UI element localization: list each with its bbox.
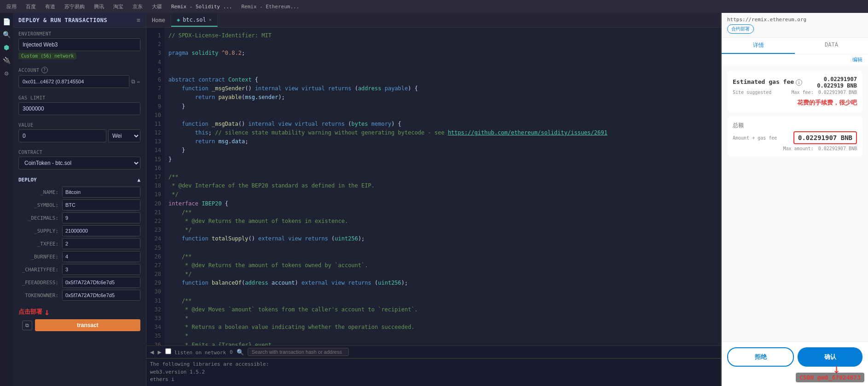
code-line-8: return payable(msg.sender);	[168, 93, 717, 102]
total-value-wrapper: 0.02291907 BNB	[793, 131, 857, 144]
browser-tab-remix-solidity[interactable]: Remix - Solidity ...	[168, 3, 235, 11]
file-tab-label: btc.sol	[183, 17, 206, 23]
code-line-33: *	[168, 314, 717, 323]
contract-row: CoinToken - btc.sol	[18, 157, 140, 170]
code-line-21: /**	[168, 208, 717, 217]
search-icon[interactable]: 🔍	[1, 29, 12, 40]
field-label-txfee: _TXFEE:	[18, 241, 62, 247]
browser-tab[interactable]: 苏宁易购	[62, 2, 87, 11]
value-label: VALUE	[18, 123, 140, 128]
deploy-panel-header: DEPLOY & RUN TRANSACTIONS ≡	[13, 13, 146, 28]
file-icon[interactable]: 📄	[1, 17, 12, 27]
field-input-symbol[interactable]	[62, 199, 140, 211]
environment-section: ENVIRONMENT Injected Web3 Custom (56) ne…	[13, 28, 146, 63]
metamask-tabs: 详情 DATA	[722, 38, 868, 54]
code-line-14: }	[168, 146, 717, 155]
tab-home[interactable]: Home	[146, 14, 171, 26]
browser-tab-remix-ethereum[interactable]: Remix - Ethereum...	[238, 3, 302, 11]
field-label-feeaddress: _FEEADDRESS:	[18, 280, 62, 286]
contract-select[interactable]: CoinToken - btc.sol	[18, 157, 140, 170]
browser-tab[interactable]: 腾讯	[91, 2, 107, 11]
scroll-left-icon[interactable]: ◀	[150, 348, 154, 356]
confirm-button[interactable]: 确认	[798, 347, 862, 367]
plugin-icon[interactable]: 🔌	[1, 55, 12, 65]
value-unit-select[interactable]: Wei	[108, 129, 140, 142]
contract-tag[interactable]: 合约部署	[727, 24, 754, 34]
code-line-4	[168, 58, 717, 67]
tab-close-icon[interactable]: ✕	[209, 17, 212, 22]
code-line-25	[168, 244, 717, 252]
field-label-decimals: _DECIMALS:	[18, 215, 62, 221]
gas-fee-title: Estimated gas fee	[733, 78, 794, 85]
account-input[interactable]	[18, 75, 129, 88]
deploy-collapse-icon[interactable]: ▲	[137, 177, 140, 183]
browser-tab-bar: 应用 百度 有道 苏宁易购 腾讯 淘宝 京东 大疆 Remix - Solidi…	[0, 0, 868, 13]
field-input-decimals[interactable]	[62, 212, 140, 223]
deploy-title: DEPLOY ▲	[18, 177, 140, 183]
line-numbers: 12345 678910 1112131415 1617181920 21222…	[146, 28, 165, 345]
code-line-12: this; // silence state mutability warnin…	[168, 129, 717, 137]
reject-button[interactable]: 拒绝	[727, 347, 794, 367]
code-line-28: */	[168, 270, 717, 279]
total-amount: 0.02291907 BNB	[793, 131, 857, 144]
field-input-tokenowner[interactable]	[62, 290, 140, 301]
code-line-3: pragma solidity ^0.8.2;	[168, 49, 717, 58]
transaction-search-input[interactable]	[248, 348, 349, 356]
browser-tab[interactable]: 百度	[23, 2, 39, 11]
field-input-txfee[interactable]	[62, 238, 140, 249]
copy-abi-button[interactable]: ⧉	[22, 321, 32, 330]
tab-review[interactable]: 详情	[722, 38, 795, 54]
value-input[interactable]	[18, 129, 106, 142]
deploy-field-name: _NAME:	[18, 187, 140, 198]
browser-tab[interactable]: 大疆	[149, 2, 165, 11]
environment-select[interactable]: Injected Web3	[18, 38, 140, 51]
deploy-fields-section: DEPLOY ▲ _NAME: _SYMBOL: _DECIMALS: _SUP…	[13, 173, 146, 306]
settings-icon[interactable]: ⚙	[1, 68, 12, 78]
browser-tab[interactable]: 应用	[4, 2, 19, 11]
account-info-icon[interactable]: ?	[41, 67, 48, 73]
account-section: ACCOUNT ? ⧉ ✏	[13, 63, 146, 92]
deploy-field-decimals: _DECIMALS:	[18, 212, 140, 223]
account-copy-icon[interactable]: ⧉	[131, 78, 135, 85]
gas-limit-input[interactable]	[18, 102, 140, 115]
tab-btcsol[interactable]: ◈ btc.sol ✕	[171, 14, 218, 27]
browser-tab[interactable]: 有道	[42, 2, 58, 11]
code-line-18: * @dev Interface of the BEP20 standard a…	[168, 181, 717, 190]
field-input-charityfee[interactable]	[62, 264, 140, 275]
tab-data[interactable]: DATA	[795, 38, 868, 54]
total-label: 总额	[733, 122, 857, 129]
transact-button[interactable]: transact	[35, 319, 140, 331]
gas-title-row: Estimated gas fee i 0.02291907 0.022919 …	[733, 76, 857, 89]
code-line-6: abstract contract Context {	[168, 76, 717, 84]
browser-tab[interactable]: 淘宝	[110, 2, 126, 11]
gas-limit-section: GAS LIMIT	[13, 92, 146, 119]
code-line-31: /**	[168, 297, 717, 305]
environment-select-wrapper[interactable]: Injected Web3	[18, 38, 140, 51]
listen-network-checkbox[interactable]	[165, 348, 171, 354]
code-editor[interactable]: // SPDX-License-Identifier: MIT pragma s…	[165, 28, 721, 345]
code-line-5	[168, 67, 717, 76]
account-edit-icon[interactable]: ✏	[137, 78, 140, 85]
transaction-count: 0	[230, 349, 233, 355]
browser-tab[interactable]: 京东	[130, 2, 145, 11]
gas-annotation: 花费的手续费，很少吧	[733, 99, 857, 107]
field-input-burnfee[interactable]	[62, 251, 140, 262]
metamask-footer: 拒绝 确认	[722, 341, 868, 372]
scroll-right-icon[interactable]: ▶	[157, 348, 161, 356]
gas-info-icon[interactable]: i	[796, 79, 802, 86]
gas-title-wrapper: Estimated gas fee i	[733, 78, 802, 87]
deploy-field-feeaddress: _FEEADDRESS:	[18, 277, 140, 288]
deploy-panel-menu-icon[interactable]: ≡	[137, 17, 140, 23]
field-input-supply[interactable]	[62, 225, 140, 236]
deploy-icon[interactable]: ⬢	[1, 42, 12, 53]
code-line-35: *	[168, 332, 717, 340]
metamask-body: Estimated gas fee i 0.02291907 0.022919 …	[722, 65, 868, 341]
total-section: 总额 Amount + gas fee 0.02291907 BNB Max a…	[727, 116, 862, 157]
amount-gas-label: Amount + gas fee	[733, 135, 777, 140]
field-input-name[interactable]	[62, 187, 140, 198]
field-input-feeaddress[interactable]	[62, 277, 140, 288]
log-line-2: web3.version 1.5.2	[150, 368, 717, 376]
log-line-1: The following libraries are accessible:	[150, 361, 717, 368]
edit-link[interactable]: 编辑	[722, 54, 868, 65]
max-amount-label: Max amount: 0.02291907 BNB	[783, 146, 857, 151]
